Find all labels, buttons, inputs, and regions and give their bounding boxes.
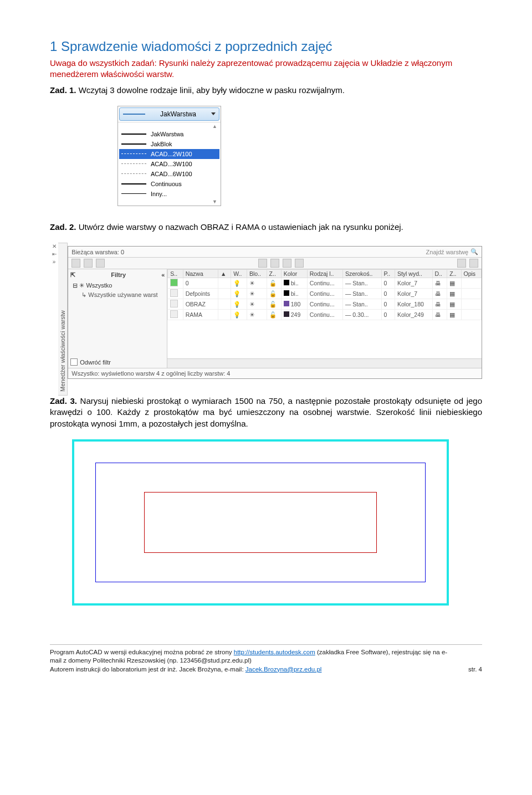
tool-icon[interactable] [295, 259, 304, 268]
transparency-cell[interactable]: 0 [381, 289, 395, 299]
col-header[interactable]: Rodzaj l.. [307, 270, 342, 278]
status-icon [170, 279, 178, 286]
layer-row[interactable]: Defpoints💡☀🔓bi..Continu...— Stan..0Kolor… [168, 289, 482, 299]
settings-icon[interactable] [469, 259, 478, 268]
tree-node-used[interactable]: ↳ Wszystkie używane warst [73, 290, 165, 300]
freeze-icon[interactable]: ☀ [247, 278, 267, 289]
scroll-up-icon[interactable]: ▲ [119, 124, 219, 129]
col-header[interactable]: Z.. [447, 270, 461, 278]
task-3-label: Zad. 3. [50, 396, 77, 406]
filter-collapse-chevron-icon[interactable]: « [161, 271, 165, 279]
tool-icon[interactable] [270, 259, 279, 268]
on-icon[interactable]: 💡 [231, 289, 247, 299]
dropdown-item[interactable]: ACAD...3W100 [119, 159, 219, 169]
linetype-cell[interactable]: Continu... [307, 278, 342, 289]
tool-icon[interactable] [96, 259, 105, 268]
lineweight-cell[interactable]: — 0.30... [342, 310, 381, 320]
tool-icon[interactable] [283, 259, 291, 268]
layer-row[interactable]: 0💡☀🔓bi..Continu...— Stan..0Kolor_7🖶▦ [168, 278, 482, 289]
invert-filter[interactable]: Odwróć filtr [70, 358, 165, 366]
dropdown-item[interactable]: JakBlok [119, 139, 219, 149]
chevron-down-icon [211, 112, 216, 115]
lock-icon[interactable]: 🔓 [267, 278, 281, 289]
layer-row[interactable]: RAMA💡☀🔓249Continu...— 0.30...0Kolor_249🖶… [168, 310, 482, 320]
col-header[interactable]: Opis [461, 270, 482, 278]
status-icon [170, 310, 178, 318]
vp-icon[interactable]: ▦ [447, 289, 461, 299]
col-header[interactable]: W.. [231, 270, 247, 278]
color-cell[interactable]: bi.. [281, 289, 307, 299]
horizontal-scrollbar[interactable] [167, 358, 482, 368]
lineweight-cell[interactable]: — Stan.. [342, 278, 381, 289]
dropdown-item[interactable]: ACAD...6W100 [119, 169, 219, 179]
filter-panel: ⇱ Filtry « ⊟ ✳ Wszystko ↳ Wszystkie używ… [68, 269, 167, 368]
search-layer[interactable]: Znajdź warstwę 🔍 [426, 248, 478, 255]
vp-icon[interactable]: ▦ [447, 299, 461, 310]
col-header[interactable]: P.. [381, 270, 395, 278]
refresh-icon[interactable] [457, 259, 466, 268]
freeze-icon[interactable]: ☀ [247, 310, 267, 320]
footer-link-email[interactable]: Jacek.Brozyna@prz.edu.pl [245, 666, 322, 673]
on-icon[interactable]: 💡 [231, 278, 247, 289]
tool-icon[interactable] [258, 259, 267, 268]
transparency-cell[interactable]: 0 [381, 299, 395, 310]
page-heading: 1 Sprawdzenie wiadomości z poprzednich z… [50, 39, 482, 54]
plot-icon[interactable]: 🖶 [432, 278, 447, 289]
col-header[interactable]: Szerokoś.. [342, 270, 381, 278]
color-cell[interactable]: 249 [281, 310, 307, 320]
linetype-cell[interactable]: Continu... [307, 310, 342, 320]
col-header[interactable]: Kolor [281, 270, 307, 278]
color-cell[interactable]: bi.. [281, 278, 307, 289]
layer-name: Defpoints [183, 289, 218, 299]
tool-icon[interactable] [84, 259, 93, 268]
col-header[interactable]: Styl wyd.. [395, 270, 432, 278]
transparency-cell[interactable]: 0 [381, 278, 395, 289]
lock-icon[interactable]: 🔓 [267, 310, 281, 320]
filter-collapse-icon[interactable]: ⇱ [70, 271, 75, 279]
col-header[interactable]: Blo.. [247, 270, 267, 278]
dropdown-selected-label: JakWarstwa [160, 110, 196, 118]
lineweight-cell[interactable]: — Stan.. [342, 289, 381, 299]
on-icon[interactable]: 💡 [231, 310, 247, 320]
checkbox-icon[interactable] [70, 358, 78, 366]
current-layer-label: Bieżąca warstwa: 0 [71, 249, 124, 255]
freeze-icon[interactable]: ☀ [247, 299, 267, 310]
plotstyle-cell: Kolor_7 [395, 278, 432, 289]
color-cell[interactable]: 180 [281, 299, 307, 310]
vp-icon[interactable]: ▦ [447, 278, 461, 289]
task-2-text: Utwórz dwie warstwy o nazwach OBRAZ i RA… [76, 222, 403, 232]
plot-icon[interactable]: 🖶 [432, 310, 447, 320]
on-icon[interactable]: 💡 [231, 299, 247, 310]
lineweight-cell[interactable]: — Stan.. [342, 299, 381, 310]
dropdown-item[interactable]: JakWarstwa [119, 129, 219, 139]
freeze-icon[interactable]: ☀ [247, 289, 267, 299]
footer-link-autodesk[interactable]: http://students.autodesk.com [234, 649, 315, 655]
col-header[interactable]: S.. [168, 270, 183, 278]
page-number: str. 4 [468, 665, 482, 674]
transparency-cell[interactable]: 0 [381, 310, 395, 320]
plot-icon[interactable]: 🖶 [432, 289, 447, 299]
col-header[interactable]: Nazwa [183, 270, 218, 278]
plot-icon[interactable]: 🖶 [432, 299, 447, 310]
lock-icon[interactable]: 🔓 [267, 299, 281, 310]
collapse-icon[interactable]: » [50, 258, 58, 266]
col-header[interactable]: ▲ [218, 270, 231, 278]
scroll-down-icon[interactable]: ▼ [119, 199, 219, 204]
dropdown-item[interactable]: Continuous [119, 179, 219, 189]
linetype-cell[interactable]: Continu... [307, 299, 342, 310]
linetype-cell[interactable]: Continu... [307, 289, 342, 299]
close-icon[interactable]: ✕ [50, 243, 58, 250]
col-header[interactable]: Z.. [267, 270, 281, 278]
lock-icon[interactable]: 🔓 [267, 289, 281, 299]
dropdown-item-selected[interactable]: ACAD...2W100 [119, 149, 219, 159]
layer-row[interactable]: OBRAZ💡☀🔓180Continu...— Stan..0Kolor_180🖶… [168, 299, 482, 310]
vp-icon[interactable]: ▦ [447, 310, 461, 320]
tool-icon[interactable] [71, 259, 80, 268]
col-header[interactable]: D.. [432, 270, 447, 278]
line-sample-icon [123, 114, 145, 115]
footer-text: Program AutoCAD w wersji edukacyjnej moż… [50, 648, 452, 674]
pin-icon[interactable]: ⇤ [50, 250, 58, 258]
tree-node-all[interactable]: ⊟ ✳ Wszystko [73, 281, 165, 290]
dropdown-item[interactable]: Inny... [119, 189, 219, 199]
dropdown-selected[interactable]: JakWarstwa [119, 107, 219, 121]
